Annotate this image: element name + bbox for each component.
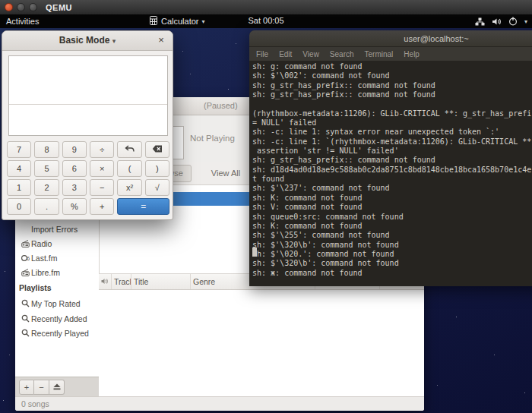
- key-9[interactable]: 9: [62, 141, 87, 158]
- sidebar-item-my-top-rated[interactable]: My Top Rated: [15, 296, 99, 311]
- calculator-keypad: 7 8 9 ÷ 4 5 6 × ( ) 1 2 3 − x²: [7, 141, 169, 215]
- terminal-line: sh: $'\320\b': command not found: [252, 259, 532, 268]
- terminal-line: sh: g_str_has_prefix:: command not found: [252, 81, 532, 90]
- key-squared[interactable]: x²: [117, 179, 141, 196]
- terminal-line: sh: $'\320\b': command not found: [252, 241, 532, 250]
- menu-item[interactable]: Help: [404, 50, 420, 58]
- lastfm-icon: 6: [21, 254, 30, 262]
- key-divide[interactable]: ÷: [90, 141, 114, 158]
- key-multiply[interactable]: ×: [90, 160, 114, 177]
- terminal-line: (rhythmbox-metadata:11206): GLib-CRITICA…: [252, 109, 532, 118]
- key-2[interactable]: 2: [34, 179, 59, 196]
- sidebar-action-bar: + −: [15, 377, 99, 396]
- key-sqrt[interactable]: √: [145, 179, 169, 196]
- title-column-header[interactable]: Title: [131, 274, 191, 289]
- menu-item[interactable]: Edit: [279, 50, 292, 58]
- terminal-line: sh: g_str_has_prefix:: command not found: [252, 156, 532, 165]
- gnome-topbar: Activities Calculator ▾ Sat 00:05 ▾: [0, 14, 532, 28]
- view-all-button[interactable]: View All: [195, 165, 256, 182]
- key-add[interactable]: +: [90, 198, 114, 215]
- terminal-output[interactable]: sh: g: command not foundsh: $'\002': com…: [249, 61, 532, 286]
- terminal-line: assertion 'str != NULL' failed': [252, 147, 532, 156]
- remove-playlist-button[interactable]: −: [34, 380, 49, 395]
- terminal-line: sh: $'\237': command not found: [252, 184, 532, 193]
- host-window-title: QEMU: [46, 3, 72, 12]
- app-menu[interactable]: Calculator ▾: [149, 14, 205, 28]
- sidebar-item-lastfm[interactable]: 6 Last.fm: [15, 251, 99, 265]
- mode-selector[interactable]: Basic Mode ▾: [2, 35, 173, 46]
- wallpaper-stars: [0, 28, 1, 29]
- menu-item[interactable]: Search: [330, 50, 354, 58]
- chevron-down-icon: ▾: [112, 37, 116, 45]
- terminal-line: sh: g_str_has_prefix:: command not found: [252, 90, 532, 99]
- backspace-icon: [152, 145, 163, 154]
- chevron-down-icon: ▾: [524, 18, 527, 25]
- terminal-line: [252, 99, 532, 109]
- key-open-paren[interactable]: (: [117, 160, 141, 177]
- key-decimal[interactable]: .: [34, 198, 59, 215]
- key-subtract[interactable]: −: [90, 179, 114, 196]
- search-icon: [21, 329, 30, 337]
- terminal-titlebar[interactable]: user@localhost:~: [249, 30, 532, 47]
- qemu-titlebar: QEMU: [0, 0, 532, 14]
- radio-icon: [21, 240, 30, 247]
- key-0[interactable]: 0: [7, 198, 31, 215]
- key-backspace[interactable]: [145, 141, 169, 158]
- terminal-line: sh: K: command not found: [252, 194, 532, 203]
- host-maximize-button[interactable]: [29, 3, 37, 11]
- key-3[interactable]: 3: [62, 179, 87, 196]
- key-6[interactable]: 6: [62, 160, 87, 177]
- close-icon[interactable]: ×: [155, 34, 167, 46]
- terminal-line: = NULL' failed: [252, 118, 532, 128]
- key-close-paren[interactable]: ): [145, 160, 169, 177]
- key-1[interactable]: 1: [7, 179, 31, 196]
- sidebar-item-recently-played[interactable]: Recently Played: [15, 326, 99, 340]
- key-percent[interactable]: %: [62, 198, 87, 215]
- terminal-menubar: FileEditViewSearchTerminalHelp: [249, 47, 532, 61]
- track-column-header[interactable]: Track: [112, 274, 131, 289]
- terminal-line: sh: $'\020.': command not found: [252, 250, 532, 259]
- sidebar-item-radio[interactable]: Radio: [15, 236, 99, 251]
- terminal-line: sh: -c: line 1: `(rhythmbox-metadata:112…: [252, 137, 532, 147]
- key-4[interactable]: 4: [7, 160, 31, 177]
- sidebar-item-librefm[interactable]: Libre.fm: [15, 265, 99, 279]
- eject-button[interactable]: [49, 380, 65, 395]
- activities-button[interactable]: Activities: [6, 17, 39, 26]
- menu-item[interactable]: Terminal: [365, 50, 394, 58]
- add-playlist-button[interactable]: +: [19, 380, 34, 395]
- terminal-line: sh: $'\002': command not found: [252, 71, 532, 80]
- sidebar-item-recently-added[interactable]: Recently Added: [15, 311, 99, 326]
- network-icon: [475, 17, 485, 26]
- calculator-titlebar[interactable]: Basic Mode ▾ ×: [2, 31, 173, 51]
- menu-item[interactable]: View: [302, 50, 319, 58]
- host-minimize-button[interactable]: [17, 3, 25, 11]
- svg-text:6: 6: [27, 256, 30, 261]
- key-5[interactable]: 5: [34, 160, 59, 177]
- terminal-cursor: [252, 247, 257, 257]
- key-undo[interactable]: [117, 141, 141, 158]
- system-status-area[interactable]: ▾: [475, 14, 527, 28]
- search-icon: [21, 299, 30, 307]
- power-icon: [508, 17, 518, 26]
- sidebar-item-import-errors[interactable]: Import Errors: [15, 222, 99, 236]
- terminal-line: sh: d18d4ad0d18ae9c588ab0c2da8751c8bd814…: [252, 166, 532, 175]
- calculator-window: Basic Mode ▾ × 7 8 9 ÷ 4 5: [2, 30, 173, 220]
- terminal-line: sh: $'\255': command not found: [252, 231, 532, 240]
- speaker-icon: [101, 277, 109, 286]
- key-8[interactable]: 8: [34, 141, 59, 158]
- terminal-line: t found: [252, 175, 532, 184]
- playing-column-header[interactable]: [99, 274, 112, 289]
- host-close-button[interactable]: [5, 3, 13, 11]
- key-equals[interactable]: =: [117, 198, 169, 215]
- calculator-display[interactable]: [8, 55, 168, 136]
- terminal-window: user@localhost:~ FileEditViewSearchTermi…: [249, 30, 532, 286]
- track-list-body[interactable]: [99, 290, 424, 396]
- terminal-line: sh: ж: command not found: [252, 269, 532, 278]
- menu-item[interactable]: File: [256, 50, 268, 58]
- sidebar-playlists-header: Playlists: [15, 280, 99, 295]
- terminal-line: sh: g: command not found: [252, 62, 532, 71]
- key-7[interactable]: 7: [7, 141, 31, 158]
- status-bar: 0 songs: [15, 396, 424, 411]
- terminal-line: sh: -c: line 1: syntax error near unexpe…: [252, 128, 532, 137]
- clock[interactable]: Sat 00:05: [248, 16, 283, 25]
